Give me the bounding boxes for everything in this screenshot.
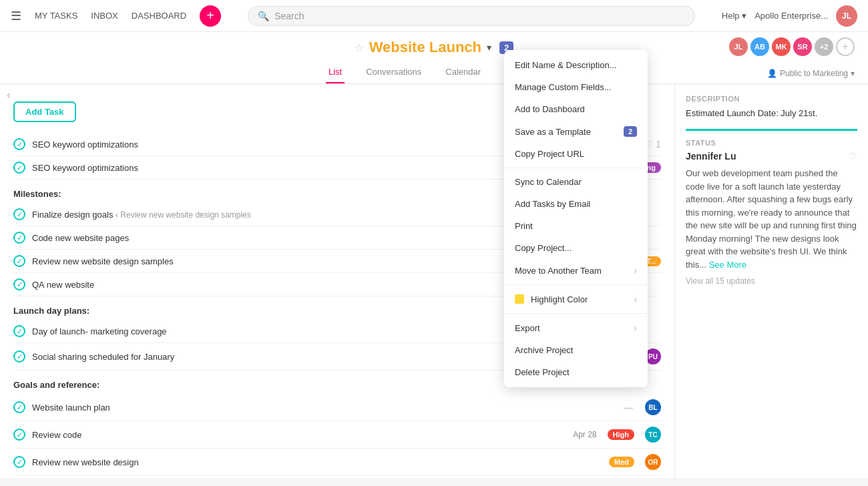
launch-name-2[interactable]: Social sharing scheduled for January [32, 352, 566, 362]
goals-badge-2: High [608, 429, 634, 440]
goals-name-3[interactable]: Review new website design [32, 457, 602, 467]
visibility-badge[interactable]: 👤 Public to Marketing ▾ [767, 69, 855, 78]
enterprise-button[interactable]: Apollo Enterprise... [754, 11, 828, 21]
menu-item-copy-project[interactable]: Copy Project... [504, 237, 648, 259]
search-placeholder: Search [274, 11, 304, 21]
milestone-checkbox-1[interactable]: ✓ [13, 208, 25, 220]
milestone-checkbox-3[interactable]: ✓ [13, 255, 25, 267]
team-avatar-3[interactable]: MK [772, 37, 791, 56]
goals-row-2: ✓ Review code Apr 28 High TC [13, 421, 661, 449]
menu-divider-3 [504, 313, 648, 314]
status-heart-icon[interactable]: ♡ [849, 151, 857, 162]
menu-label-edit: Edit Name & Description... [515, 60, 616, 70]
task-name-2[interactable]: SEO keyword optimizations [32, 163, 554, 173]
menu-divider-2 [504, 284, 648, 285]
nav-my-tasks[interactable]: MY TASKS [35, 11, 77, 21]
team-avatar-more[interactable]: +2 [815, 37, 833, 56]
project-title-row: ☆ Website Launch ▾ 2 JL AB MK SR +2 + [0, 39, 868, 61]
milestone-checkbox-2[interactable]: ✓ [13, 232, 25, 244]
sub-task-1: ‹ Review new website design samples [116, 210, 251, 220]
goals-date-2: Apr 28 [573, 430, 596, 439]
goals-checkbox-1[interactable]: ✓ [13, 401, 25, 413]
project-header: ☆ Website Launch ▾ 2 JL AB MK SR +2 + Li… [0, 32, 868, 84]
launch-checkbox-1[interactable]: ✓ [13, 325, 25, 337]
goals-row-4: ✓ QA checks High PU [13, 476, 661, 478]
menu-item-custom-fields[interactable]: Manage Custom Fields... [504, 76, 648, 98]
status-section: STATUS Jennifer Lu ♡ Our web development… [686, 129, 857, 286]
title-dropdown-icon[interactable]: ▾ [487, 42, 491, 53]
team-avatar-2[interactable]: AB [750, 37, 769, 56]
status-user-row: Jennifer Lu ♡ [686, 151, 857, 162]
highlight-color-left: Highlight Color [515, 294, 588, 304]
menu-label-copy-project: Copy Project... [515, 243, 572, 253]
star-icon[interactable]: ☆ [355, 41, 364, 54]
search-bar[interactable]: 🔍 Search [248, 6, 695, 26]
team-avatar-1[interactable]: JL [729, 37, 748, 56]
color-square-icon [515, 294, 524, 304]
goals-row-1: ✓ Website launch plan — BL [13, 394, 661, 421]
goals-avatar-3: OR [645, 454, 661, 470]
project-tabs: List Conversations Calendar Progress [0, 61, 868, 83]
task-checkbox-1[interactable]: ✓ [13, 138, 25, 150]
menu-label-archive: Archive Project [515, 345, 573, 355]
tab-conversations[interactable]: Conversations [363, 61, 424, 83]
menu-arrow-move-team: › [634, 265, 637, 276]
team-avatar-add[interactable]: + [836, 37, 855, 56]
menu-item-archive[interactable]: Archive Project [504, 339, 648, 361]
user-avatar-1[interactable]: JL [836, 5, 857, 27]
sidebar-panel: DESCRIPTION Estimated Launch Date: July … [674, 84, 868, 478]
search-icon: 🔍 [258, 11, 269, 21]
menu-item-move-team[interactable]: Move to Another Team › [504, 259, 648, 282]
project-title[interactable]: Website Launch [369, 39, 481, 56]
milestone-checkbox-4[interactable]: ✓ [13, 278, 25, 290]
tab-list[interactable]: List [326, 61, 345, 83]
menu-label-highlight-color: Highlight Color [531, 294, 588, 304]
top-nav: ☰ MY TASKS INBOX DASHBOARD + 🔍 Search He… [0, 0, 868, 32]
menu-icon[interactable]: ☰ [11, 9, 21, 23]
menu-label-copy-url: Copy Project URL [515, 149, 584, 159]
menu-label-add-dashboard: Add to Dashboard [515, 104, 585, 114]
goals-checkbox-3[interactable]: ✓ [13, 456, 25, 468]
status-label: STATUS [686, 139, 857, 147]
goals-checkbox-2[interactable]: ✓ [13, 429, 25, 441]
see-more-link[interactable]: See More [709, 260, 746, 270]
goals-name-2[interactable]: Review code [32, 430, 566, 440]
team-avatars: JL AB MK SR +2 + [729, 37, 855, 56]
menu-item-save-template[interactable]: Save as a Template 2 [504, 120, 648, 143]
menu-divider-1 [504, 168, 648, 168]
goals-name-1[interactable]: Website launch plan [32, 403, 617, 413]
add-button[interactable]: + [200, 5, 221, 27]
menu-item-highlight-color[interactable]: Highlight Color › [504, 288, 648, 310]
status-user-name: Jennifer Lu [686, 151, 736, 162]
tab-calendar[interactable]: Calendar [443, 61, 483, 83]
view-updates-link[interactable]: View all 15 updates [686, 276, 857, 286]
menu-arrow-export: › [634, 322, 637, 333]
menu-item-add-email[interactable]: Add Tasks by Email [504, 193, 648, 215]
menu-label-print: Print [515, 221, 533, 231]
nav-inbox[interactable]: INBOX [91, 11, 118, 21]
menu-item-copy-url[interactable]: Copy Project URL [504, 143, 648, 165]
team-avatar-4[interactable]: SR [793, 37, 812, 56]
menu-label-save-template: Save as a Template [515, 127, 591, 137]
menu-label-add-email: Add Tasks by Email [515, 199, 590, 209]
nav-dashboard[interactable]: DASHBOARD [132, 11, 186, 21]
menu-label-sync-calendar: Sync to Calendar [515, 177, 582, 187]
menu-item-print[interactable]: Print [504, 215, 648, 237]
menu-item-sync-calendar[interactable]: Sync to Calendar [504, 171, 648, 193]
task-checkbox-2[interactable]: ✓ [13, 162, 25, 174]
description-label: DESCRIPTION [686, 95, 857, 103]
visibility-icon: 👤 [767, 69, 777, 78]
milestone-name-3[interactable]: Review new website design samples [32, 256, 572, 266]
task-name-1[interactable]: SEO keyword optimizations [32, 140, 515, 150]
help-button[interactable]: Help ▾ [722, 11, 746, 21]
menu-item-edit[interactable]: Edit Name & Description... [504, 54, 648, 76]
launch-checkbox-2[interactable]: ✓ [13, 350, 25, 362]
goals-row-3: ✓ Review new website design Med OR [13, 449, 661, 476]
menu-item-export[interactable]: Export › [504, 316, 648, 339]
menu-label-export: Export [515, 323, 540, 333]
menu-item-delete[interactable]: Delete Project [504, 361, 648, 383]
menu-item-add-dashboard[interactable]: Add to Dashboard [504, 98, 648, 120]
main-layout: ‹ Add Task ✓ SEO keyword optimizations H… [0, 84, 868, 478]
add-task-button[interactable]: Add Task [13, 101, 76, 122]
collapse-icon[interactable]: ‹ [7, 88, 11, 102]
